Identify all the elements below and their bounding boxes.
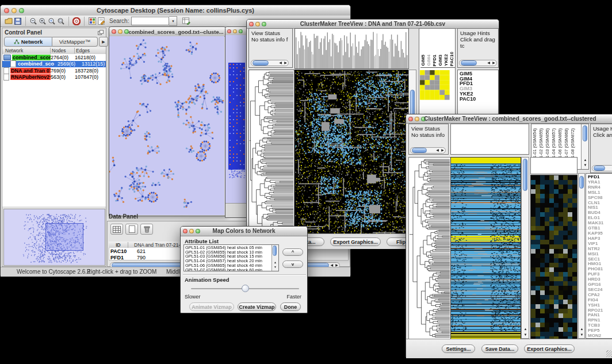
scroll-left-icon[interactable]: ◀ (486, 60, 491, 66)
usage-hints-text: Click and drag tc (460, 36, 498, 49)
animation-speed-slider[interactable] (191, 284, 299, 293)
global-heatmap-canvas[interactable] (450, 157, 521, 340)
matrix-network-canvas[interactable] (225, 35, 246, 203)
global-vscrollbar[interactable]: ▲ ▼ (521, 157, 529, 339)
gene-dendrogram-canvas[interactable] (408, 157, 451, 340)
scroll-right-icon[interactable]: ▶ (283, 60, 288, 66)
network-name: combined_scores (12, 55, 51, 60)
export-graphics-button[interactable]: Export Graphics... (524, 344, 575, 353)
zoom-window-button[interactable] (239, 29, 243, 33)
tab-network-label: Network (21, 39, 43, 45)
float-panel-icon[interactable] (98, 27, 104, 37)
column-labels: GIM5GIM4PFD1GIM3YKE2PAC10 (420, 29, 455, 68)
column-dendrogram-canvas[interactable] (294, 28, 409, 69)
main-titlebar[interactable]: Cytoscape Desktop (Session Name: collins… (1, 5, 350, 16)
scroll-down-icon[interactable]: ▼ (273, 265, 278, 270)
open-session-icon[interactable] (4, 17, 13, 26)
done-button[interactable]: Done (280, 302, 301, 311)
tab-overflow-button[interactable]: ▶ (99, 37, 108, 47)
network-list-row[interactable]: combined_sco2569(6)13112(15) (2, 61, 106, 68)
network-overview-canvas[interactable] (3, 209, 105, 266)
scroll-right-icon[interactable]: ▶ (491, 60, 496, 66)
column-labels-vscrollbar[interactable]: ▲ ▼ (581, 124, 588, 169)
dp-col-id[interactable]: ID (109, 242, 128, 248)
scroll-left-icon[interactable]: ◀ (278, 60, 283, 66)
attribute-list-vscrollbar[interactable]: ▲ ▼ (271, 245, 278, 271)
scroll-down-icon[interactable]: ▼ (523, 332, 528, 338)
gene-label-list[interactable]: PFD1YRA1RNR4MSL1SPC98CLN1NIS1BUD4ELG1MAK… (586, 173, 612, 339)
tab-vizmapper[interactable]: VizMapper™ (52, 37, 98, 47)
column-label: GIM4 (426, 55, 431, 66)
help-lifering-icon[interactable] (72, 17, 81, 26)
network-list-row[interactable]: combined_scores2764(0)16218(0) (2, 54, 106, 61)
column-label: PFD1 (432, 55, 437, 66)
resize-grip[interactable] (606, 350, 612, 357)
network-name: DNA and Tran 07 (10, 68, 51, 74)
vizmapper-icon[interactable] (87, 17, 97, 26)
new-attribute-icon[interactable] (125, 224, 138, 235)
animate-vizmap-button[interactable]: Animate Vizmap (189, 302, 234, 311)
close-button[interactable] (227, 29, 231, 33)
scroll-down-icon[interactable]: ▼ (579, 332, 584, 338)
scroll-left-icon[interactable]: ◀ (435, 148, 440, 153)
usage-hints-title: Usage Hints (460, 30, 498, 36)
slider-max-label: Faster (286, 294, 301, 300)
tab-network[interactable]: Network (4, 37, 52, 47)
dialog-titlebar[interactable]: Map Colors to Network (181, 227, 307, 236)
correlation-matrix-canvas[interactable] (420, 70, 450, 100)
network-name: combined_sco (17, 61, 55, 67)
minimize-button[interactable] (233, 29, 237, 33)
treeview-combined-footer: Settings... Save Data... Export Graphics… (406, 339, 612, 358)
gene-dendrogram-canvas[interactable] (248, 70, 294, 239)
scroll-up-icon[interactable]: ▲ (523, 327, 528, 332)
edges-count: 107847(0) (75, 74, 106, 80)
edges-count: 183728(0) (75, 68, 106, 74)
col-nodes[interactable]: Nodes (51, 48, 75, 53)
treeview-combined-titlebar[interactable]: ClusterMaker TreeView : combined_scores_… (406, 114, 612, 124)
nodes-count: 2764(0) (51, 55, 75, 60)
attribute-editor-icon[interactable] (182, 17, 191, 26)
search-dropdown-button[interactable]: ▼ (169, 16, 177, 26)
zoom-heatmap-canvas[interactable] (530, 175, 577, 340)
usage-hints-hscrollbar[interactable] (592, 165, 612, 171)
search-input[interactable] (131, 17, 169, 25)
nodes-count: 563(0) (51, 74, 75, 80)
scroll-up-icon[interactable]: ▲ (579, 327, 584, 332)
annotation-icon[interactable] (97, 17, 106, 26)
scroll-up-icon[interactable]: ▲ (583, 158, 588, 163)
scroll-down-icon[interactable]: ▼ (583, 163, 588, 168)
row-id: PAC10 (109, 248, 130, 254)
export-graphics-button[interactable]: Export Graphics... (330, 237, 381, 246)
network-view-titlebar[interactable]: combined_scores_good.txt--cluste... (109, 27, 225, 37)
control-panel-tabs: Network VizMapper™ ▶ (4, 37, 108, 47)
zoom-in-icon[interactable] (38, 17, 47, 26)
network-graph-canvas[interactable] (109, 36, 224, 215)
network-list-row[interactable]: DNA and Tran 07769(0)183728(0) (2, 67, 106, 74)
matrix-window-titlebar[interactable] (225, 27, 247, 36)
slider-thumb[interactable] (242, 285, 249, 292)
save-session-icon[interactable] (13, 17, 22, 26)
settings-button[interactable]: Settings... (442, 344, 475, 353)
create-vizmap-button[interactable]: Create Vizmap (238, 302, 276, 311)
zoom-out-icon[interactable] (29, 17, 38, 26)
save-data-button[interactable]: Save Data... (481, 344, 518, 353)
attribute-item[interactable]: GPL51-07 (GSM868) heat shock 60 min (185, 268, 271, 271)
usage-hints-hscrollbar[interactable]: ◀ ▶ (459, 60, 497, 66)
delete-attribute-icon[interactable] (140, 224, 153, 235)
heatmap-canvas[interactable] (294, 70, 409, 239)
gene-list-vscrollbar[interactable]: ▲ ▼ (578, 173, 585, 339)
animation-speed-label: Animation Speed (185, 277, 230, 283)
scroll-right-icon[interactable]: ▶ (440, 148, 445, 153)
attribute-list[interactable]: GPL51-01 (GSM854) heat shock 05 minGPL51… (183, 244, 279, 271)
treeview-dna-titlebar[interactable]: ClusterMaker TreeView : DNA and Tran 07-… (247, 20, 499, 29)
col-network[interactable]: Network (2, 48, 51, 53)
move-up-button[interactable]: ^ (282, 248, 303, 256)
zoom-selected-icon[interactable] (47, 17, 56, 26)
view-status-hscrollbar[interactable]: ◀ ▶ (410, 147, 446, 154)
zoom-fit-icon[interactable] (56, 17, 66, 26)
view-status-hscrollbar[interactable]: ◀ ▶ (251, 60, 289, 66)
network-list-row[interactable]: RNAPuberNov2+563(0)107847(0) (2, 74, 106, 81)
col-edges[interactable]: Edges (75, 48, 106, 53)
move-down-button[interactable]: v (282, 260, 303, 268)
table-view-icon[interactable] (110, 224, 123, 235)
